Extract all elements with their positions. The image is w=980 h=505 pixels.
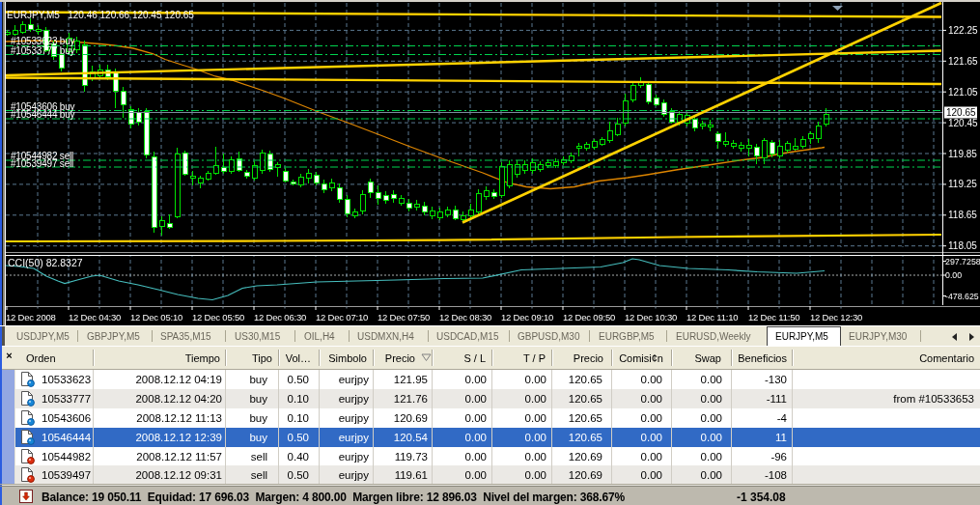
svg-text:12 Dec 10:30: 12 Dec 10:30	[625, 312, 677, 323]
svg-text:12 Dec 07:10: 12 Dec 07:10	[316, 312, 368, 323]
svg-text:#10539497 sell: #10539497 sell	[11, 158, 73, 169]
svg-text:12 Dec 08:30: 12 Dec 08:30	[439, 312, 491, 323]
svg-text:12 Dec 2008: 12 Dec 2008	[6, 312, 56, 323]
svg-text:122.25: 122.25	[948, 25, 978, 36]
svg-text:#10533777 buy: #10533777 buy	[11, 45, 75, 56]
svg-text:12 Dec 09:50: 12 Dec 09:50	[563, 312, 615, 323]
svg-text:CCI(50) 82.8327: CCI(50) 82.8327	[8, 257, 83, 268]
svg-text:12 Dec 05:10: 12 Dec 05:10	[130, 312, 182, 323]
svg-text:118.65: 118.65	[948, 210, 977, 220]
svg-text:12 Dec 09:10: 12 Dec 09:10	[501, 312, 553, 323]
svg-text:EURJPY,M5 120.46 120.66 120.: EURJPY,M5 120.46 120.66 120.45 120.65	[7, 10, 194, 20]
svg-text:12 Dec 06:30: 12 Dec 06:30	[254, 312, 306, 323]
svg-text:121.05: 121.05	[948, 87, 978, 98]
svg-text:297.7258: 297.7258	[945, 257, 980, 267]
svg-text:12 Dec 05:50: 12 Dec 05:50	[192, 312, 244, 323]
svg-text:12 Dec 04:30: 12 Dec 04:30	[69, 312, 121, 323]
svg-text:121.65: 121.65	[948, 56, 978, 67]
svg-text:#10546444 buy: #10546444 buy	[11, 109, 75, 120]
svg-text:0.00: 0.00	[945, 270, 962, 280]
svg-text:119.25: 119.25	[948, 179, 977, 189]
svg-text:12 Dec 11:10: 12 Dec 11:10	[686, 312, 738, 323]
svg-text:120.45: 120.45	[948, 118, 978, 128]
svg-text:12 Dec 11:50: 12 Dec 11:50	[748, 312, 799, 323]
svg-text:118.05: 118.05	[948, 240, 977, 251]
svg-text:119.85: 119.85	[948, 149, 977, 159]
svg-text:12 Dec 07:50: 12 Dec 07:50	[378, 312, 430, 323]
svg-text:12 Dec 12:30: 12 Dec 12:30	[810, 312, 862, 323]
svg-text:120.65: 120.65	[946, 107, 976, 118]
svg-text:-478.625: -478.625	[945, 292, 979, 301]
